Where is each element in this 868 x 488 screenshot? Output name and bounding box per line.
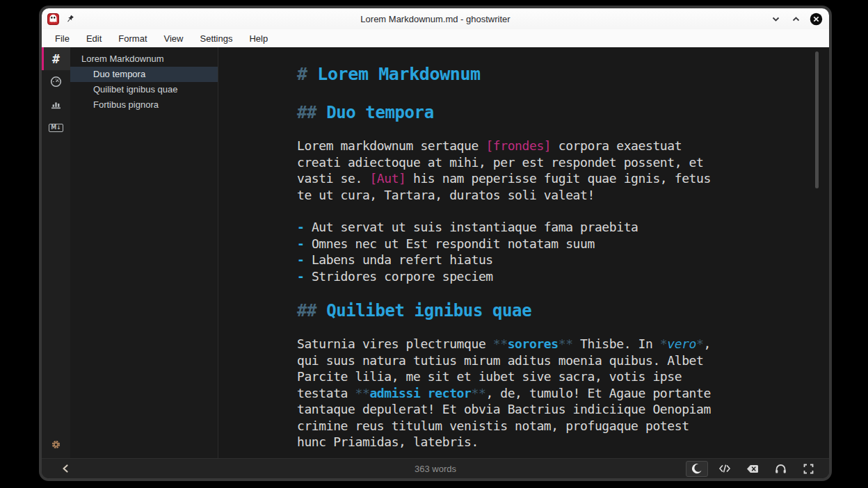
close-icon [810, 13, 823, 26]
menu-item-settings[interactable]: Settings [192, 31, 240, 46]
outline-item[interactable]: Lorem Markdownum [70, 51, 218, 67]
tab-cheat-sheet[interactable]: M↓ [42, 116, 70, 139]
editor-line: creati adiectoque at mihi, per est respo… [297, 154, 730, 171]
editor-block-h2: ## Duo tempora [297, 102, 730, 123]
gauge-icon [50, 76, 62, 88]
dark-mode-toggle[interactable] [686, 461, 708, 477]
hashtag-icon: # [52, 51, 60, 66]
editor-block-p: Lorem markdownum sertaque [frondes] corp… [297, 138, 730, 203]
fullscreen-icon [803, 464, 814, 474]
window-title: Lorem Markdownum.md - ghostwriter [42, 14, 829, 24]
headphones-icon [775, 464, 787, 474]
main-area: # M↓ [42, 47, 829, 458]
tabstrip-spacer [42, 139, 70, 432]
markdown-icon: M↓ [49, 124, 63, 132]
menubar: FileEditFormatViewSettingsHelp [42, 29, 829, 47]
editor-line: tantaque depulerat! Et obvia Bactrius in… [297, 401, 730, 418]
menu-item-edit[interactable]: Edit [79, 31, 109, 46]
editor-pane[interactable]: # Lorem Markdownum## Duo temporaLorem ma… [218, 47, 829, 458]
editor-line: - Aut servat ut suis instantiaque fama p… [297, 219, 730, 236]
outline-item[interactable]: Fortibus pignora [70, 97, 218, 113]
moon-icon [691, 463, 702, 474]
editor-line: hunc Priamidas, latebris. [297, 434, 730, 450]
tab-document-statistics[interactable] [42, 93, 70, 116]
menu-item-file[interactable]: File [47, 31, 77, 46]
code-icon [718, 464, 731, 473]
minimize-button[interactable] [769, 12, 782, 26]
outline-item[interactable]: Quilibet ignibus quae [70, 82, 218, 97]
editor-line: - Stridores corpore speciem [297, 268, 730, 285]
editor-block-p: Saturnia vires plectrumque **sorores** T… [297, 336, 730, 450]
fullscreen-toggle[interactable] [797, 461, 819, 477]
maximize-button[interactable] [789, 12, 803, 26]
menu-item-format[interactable]: Format [111, 31, 154, 46]
editor-line: testata **admissi rector**, de, tumulo! … [297, 385, 730, 402]
editor-scrollbar-thumb[interactable] [815, 51, 819, 188]
editor-block-h2: ## Quilibet ignibus quae [297, 300, 730, 321]
editor-line: ## Duo tempora [297, 102, 730, 123]
sidebar-tabstrip: # M↓ [42, 47, 70, 458]
titlebar: Lorem Markdownum.md - ghostwriter [42, 8, 829, 29]
outline-panel: Lorem MarkdownumDuo temporaQuilibet igni… [70, 47, 218, 458]
ghostwriter-window: Lorem Markdownum.md - ghostwriter FileEd… [39, 6, 832, 481]
ghostwriter-app-icon [47, 13, 59, 25]
outline-item[interactable]: Duo tempora [70, 67, 218, 82]
gear-icon [51, 439, 61, 450]
editor-line: crimine reus titulum venistis notam, pro… [297, 418, 730, 434]
backspace-icon [746, 464, 759, 473]
focus-mode-toggle[interactable] [769, 461, 791, 477]
editor-line: ## Quilibet ignibus quae [297, 300, 730, 321]
hemingway-mode-toggle[interactable] [741, 461, 764, 477]
bar-chart-icon [50, 99, 62, 111]
editor-line: - Labens unda refert hiatus [297, 252, 730, 268]
chevron-up-icon [791, 15, 801, 24]
menu-item-view[interactable]: View [156, 31, 191, 46]
editor-line: Parcite lilia, me sit et iubet sive sacr… [297, 368, 730, 385]
html-preview-toggle[interactable] [714, 461, 736, 477]
editor-line: # Lorem Markdownum [297, 64, 730, 85]
editor-line: qui suus natura tutius mirum aditus moen… [297, 352, 730, 369]
editor-block-list: - Aut servat ut suis instantiaque fama p… [297, 219, 730, 284]
editor-line: Saturnia vires plectrumque **sorores** T… [297, 336, 730, 352]
menu-item-help[interactable]: Help [241, 31, 275, 46]
editor-line: te ut cura, Tartara, duratos soli valeat… [297, 187, 730, 204]
editor-line: - Omnes nec ut Est respondit notatam suu… [297, 236, 730, 252]
statusbar: 363 words [42, 458, 829, 478]
chevron-down-icon [771, 15, 780, 24]
tab-session-statistics[interactable] [42, 70, 70, 93]
pin-icon[interactable] [65, 15, 74, 24]
settings-button[interactable] [42, 432, 70, 457]
outline-list: Lorem MarkdownumDuo temporaQuilibet igni… [70, 51, 218, 113]
editor-block-h1: # Lorem Markdownum [297, 64, 730, 85]
editor-content[interactable]: # Lorem Markdownum## Duo temporaLorem ma… [218, 47, 730, 450]
editor-line: vasti se. [Aut] his nam peperisse fugit … [297, 170, 730, 187]
editor-line: Lorem markdownum sertaque [frondes] corp… [297, 138, 730, 154]
close-button[interactable] [809, 12, 823, 26]
tab-outline[interactable]: # [42, 47, 70, 70]
